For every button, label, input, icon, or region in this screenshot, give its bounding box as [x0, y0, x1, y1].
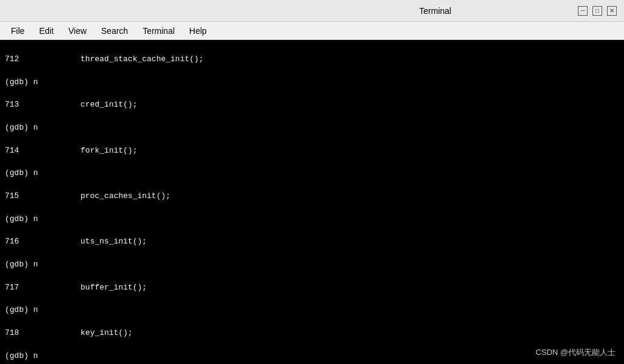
- menu-bar: File Edit View Search Terminal Help: [0, 22, 624, 40]
- title-bar: Terminal ─ □ ✕: [0, 0, 624, 22]
- restore-button[interactable]: □: [592, 6, 602, 16]
- window-title: Terminal: [293, 6, 579, 16]
- menu-help[interactable]: Help: [183, 24, 213, 38]
- menu-terminal[interactable]: Terminal: [136, 24, 181, 38]
- gdb-prompt-2: (gdb) n: [5, 122, 619, 134]
- watermark: CSDN @代码无能人士: [535, 347, 616, 358]
- terminal-window: Terminal ─ □ ✕ File Edit View Search Ter…: [0, 0, 624, 364]
- window-controls: ─ □ ✕: [578, 6, 617, 16]
- menu-file[interactable]: File: [5, 24, 31, 38]
- line-714: 714 fork_init();: [5, 145, 619, 157]
- line-717: 717 buffer_init();: [5, 282, 619, 294]
- gdb-prompt-4: (gdb) n: [5, 214, 619, 225]
- line-718: 718 key_init();: [5, 328, 619, 339]
- minimize-button[interactable]: ─: [578, 6, 588, 16]
- line-716: 716 uts_ns_init();: [5, 236, 619, 248]
- gdb-prompt-7: (gdb) n: [5, 351, 619, 362]
- line-712: 712 thread_stack_cache_init();: [5, 54, 619, 65]
- gdb-prompt-1: (gdb) n: [5, 77, 619, 88]
- close-button[interactable]: ✕: [607, 6, 617, 16]
- gdb-prompt-6: (gdb) n: [5, 305, 619, 316]
- gdb-prompt-5: (gdb) n: [5, 259, 619, 271]
- terminal-body[interactable]: 712 thread_stack_cache_init(); (gdb) n 7…: [0, 40, 624, 364]
- terminal-output: 712 thread_stack_cache_init(); (gdb) n 7…: [5, 42, 619, 364]
- menu-search[interactable]: Search: [95, 24, 134, 38]
- line-713: 713 cred_init();: [5, 99, 619, 111]
- gdb-prompt-3: (gdb) n: [5, 168, 619, 179]
- menu-view[interactable]: View: [62, 24, 93, 38]
- menu-edit[interactable]: Edit: [33, 24, 60, 38]
- line-715: 715 proc_caches_init();: [5, 191, 619, 202]
